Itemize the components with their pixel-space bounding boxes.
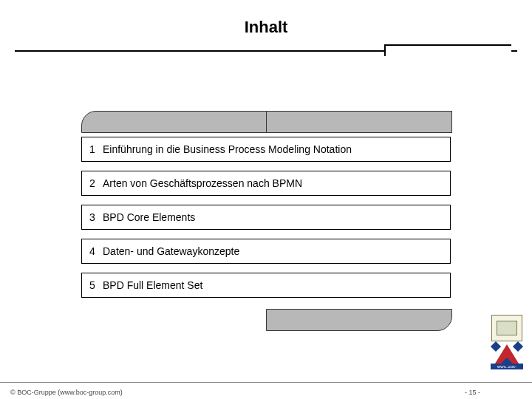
toc-item: 5 BPD Full Element Set: [81, 273, 451, 298]
decoration-bottom: [266, 309, 452, 331]
footer-rule: [0, 382, 532, 383]
toc-item: 2 Arten von Geschäftsprozessen nach BPMN: [81, 171, 451, 196]
wu-wien-crest-icon: [497, 321, 517, 335]
toc-num: 3: [82, 205, 103, 229]
toc-num: 5: [82, 273, 103, 297]
toc-label: Einführung in die Business Process Model…: [103, 137, 450, 161]
toc-item: 4 Daten- und Gatewaykonzepte: [81, 239, 451, 264]
toc-list: 1 Einführung in die Business Process Mod…: [81, 137, 451, 307]
toc-label: Arten von Geschäftsprozessen nach BPMN: [103, 171, 450, 195]
footer-page-number: - 15 -: [465, 389, 480, 396]
toc-item: 1 Einführung in die Business Process Mod…: [81, 137, 451, 162]
toc-label: Daten- und Gatewaykonzepte: [103, 239, 450, 263]
toc-num: 4: [82, 239, 103, 263]
toc-item: 3 BPD Core Elements: [81, 205, 451, 230]
toc-num: 2: [82, 171, 103, 195]
toc-num: 1: [82, 137, 103, 161]
slide: Inhalt 1 Einführung in die Business Proc…: [0, 0, 532, 399]
logo-block: www.boc-group.com: [489, 315, 525, 377]
decoration-top-right: [266, 111, 452, 133]
footer-copyright: © BOC-Gruppe (www.boc-group.com): [10, 389, 123, 396]
wu-wien-logo: [491, 315, 522, 341]
toc-label: BPD Full Element Set: [103, 273, 450, 297]
title-rule-tab: [384, 44, 511, 56]
toc-label: BPD Core Elements: [103, 205, 450, 229]
page-title: Inhalt: [0, 18, 532, 37]
boc-logo: www.boc-group.com: [491, 344, 523, 377]
decoration-top-left: [81, 111, 267, 133]
